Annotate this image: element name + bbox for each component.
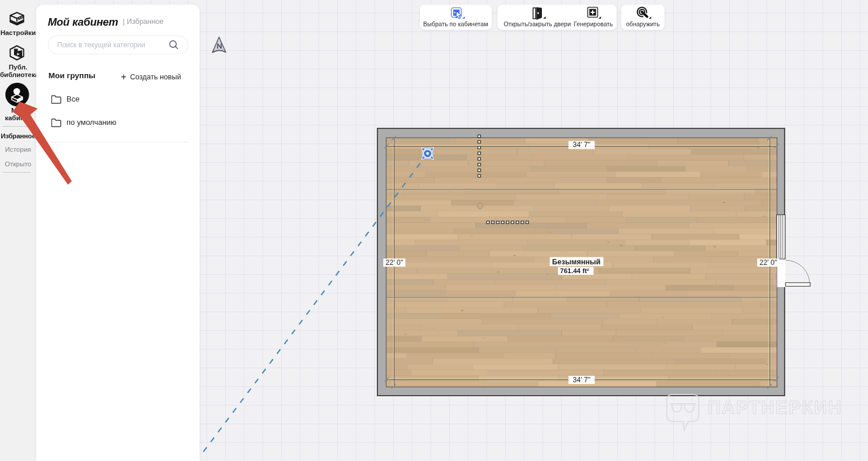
svg-text:ПАРТНЕРКИН: ПАРТНЕРКИН <box>708 397 842 418</box>
svg-text:761.44 ft²: 761.44 ft² <box>560 267 589 274</box>
svg-text:34' 7": 34' 7" <box>573 376 590 384</box>
svg-text:34' 7": 34' 7" <box>573 141 590 149</box>
svg-text:Безымянный: Безымянный <box>552 258 601 266</box>
svg-text:22' 0": 22' 0" <box>386 259 403 267</box>
svg-text:22' 0": 22' 0" <box>760 259 777 267</box>
